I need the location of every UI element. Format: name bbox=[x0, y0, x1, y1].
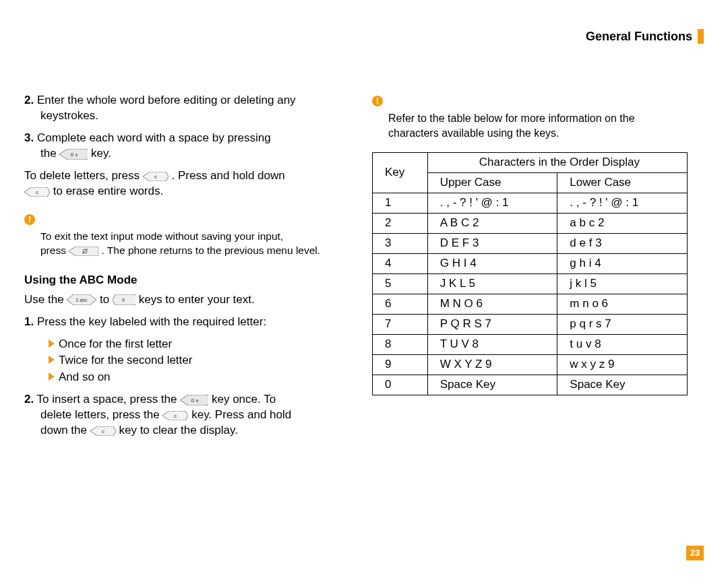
key-clear-icon: c bbox=[143, 172, 169, 181]
cell-lower: g h i 4 bbox=[557, 254, 688, 274]
cell-key: 5 bbox=[373, 274, 428, 294]
table-header-span: Characters in the Order Display bbox=[427, 153, 687, 173]
note-text: Refer to the table below for more inform… bbox=[372, 111, 688, 140]
table-header-upper: Upper Case bbox=[427, 173, 557, 193]
key-2-icon: 2 abc bbox=[67, 294, 96, 305]
cell-upper: G H I 4 bbox=[427, 254, 557, 274]
list-item: 1. Press the key labeled with the requir… bbox=[24, 315, 340, 330]
key-0-icon: 0 ± bbox=[59, 149, 88, 160]
cell-key: 6 bbox=[373, 294, 428, 314]
list-item: 2. Enter the whole word before editing o… bbox=[24, 93, 340, 124]
cell-key: 8 bbox=[373, 334, 428, 354]
cell-upper: . , - ? ! ' @ : 1 bbox=[427, 193, 557, 214]
cell-lower: d e f 3 bbox=[557, 234, 688, 254]
triangle-bullet-icon bbox=[49, 356, 55, 364]
body-text: key once. To bbox=[212, 393, 276, 406]
note-text: To exit the text input mode without savi… bbox=[24, 230, 340, 258]
cell-lower: j k l 5 bbox=[557, 274, 688, 294]
body-text: Complete each word with a space by press… bbox=[37, 131, 271, 144]
list-number: 2. bbox=[24, 94, 34, 106]
left-column: 2. Enter the whole word before editing o… bbox=[24, 92, 340, 445]
cell-lower: p q r s 7 bbox=[557, 314, 688, 334]
body-text: Use the 2 abc to 9 keys to enter your te… bbox=[24, 292, 340, 308]
cell-key: 1 bbox=[373, 193, 428, 214]
table-row: 8T U V 8t u v 8 bbox=[373, 334, 688, 354]
cell-upper: M N O 6 bbox=[427, 294, 557, 314]
cell-lower: a b c 2 bbox=[557, 214, 688, 234]
triangle-bullet-icon bbox=[49, 373, 55, 381]
table-row: 9W X Y Z 9w x y z 9 bbox=[373, 354, 688, 375]
cell-upper: P Q R S 7 bbox=[427, 314, 557, 334]
cell-key: 7 bbox=[373, 314, 428, 334]
key-end-icon bbox=[69, 247, 98, 256]
key-clear-icon: c bbox=[90, 426, 116, 436]
table-row: 3D E F 3d e f 3 bbox=[373, 234, 688, 254]
body-text: delete letters, press the bbox=[40, 408, 162, 421]
triangle-bullet-icon bbox=[49, 340, 55, 348]
alert-icon: ! bbox=[372, 96, 383, 106]
cell-lower: Space Key bbox=[557, 375, 688, 395]
list-number: 3. bbox=[24, 131, 34, 144]
table-header-lower: Lower Case bbox=[557, 173, 688, 193]
cell-key: 2 bbox=[373, 214, 428, 234]
page-number: 23 bbox=[686, 546, 704, 560]
cell-upper: T U V 8 bbox=[427, 334, 557, 354]
body-text: To delete letters, press c . Press and h… bbox=[24, 168, 340, 199]
header-accent-bar bbox=[698, 29, 704, 44]
right-column: ! Refer to the table below for more info… bbox=[372, 92, 688, 445]
cell-lower: t u v 8 bbox=[557, 334, 688, 354]
body-text: key to clear the display. bbox=[119, 424, 237, 437]
table-row: 4G H I 4g h i 4 bbox=[373, 254, 688, 274]
cell-upper: J K L 5 bbox=[427, 274, 557, 294]
svg-text:0 ±: 0 ± bbox=[71, 152, 79, 158]
key-9-icon: 9 bbox=[113, 294, 135, 305]
table-row: 5J K L 5j k l 5 bbox=[373, 274, 688, 294]
svg-text:9: 9 bbox=[122, 298, 125, 302]
cell-key: 3 bbox=[373, 234, 428, 254]
svg-text:c: c bbox=[36, 189, 38, 195]
svg-text:c: c bbox=[174, 413, 177, 419]
key-0-icon: 0 ± bbox=[180, 395, 208, 406]
page-header: General Functions bbox=[24, 28, 704, 44]
key-clear-icon: c bbox=[162, 411, 188, 420]
cell-upper: W X Y Z 9 bbox=[427, 354, 557, 375]
table-header-key: Key bbox=[373, 153, 428, 193]
svg-text:c: c bbox=[102, 428, 104, 434]
note: ! To exit the text input mode without sa… bbox=[24, 210, 340, 258]
cell-lower: . , - ? ! ' @ : 1 bbox=[557, 193, 688, 214]
header-title: General Functions bbox=[586, 28, 692, 44]
svg-text:0 ±: 0 ± bbox=[191, 397, 200, 403]
table-row: 0Space KeySpace Key bbox=[373, 375, 688, 395]
body-text: Enter the whole word before editing or d… bbox=[37, 94, 296, 106]
body-text: down the bbox=[40, 424, 90, 437]
table-row: 1. , - ? ! ' @ : 1. , - ? ! ' @ : 1 bbox=[373, 193, 688, 214]
section-heading: Using the ABC Mode bbox=[24, 273, 340, 288]
cell-lower: w x y z 9 bbox=[557, 354, 688, 375]
note: ! Refer to the table below for more info… bbox=[372, 92, 688, 140]
cell-key: 0 bbox=[373, 375, 428, 395]
body-text: the 0 ± key. bbox=[24, 146, 340, 162]
list-item: 2. To insert a space, press the 0 ± key … bbox=[24, 392, 340, 439]
body-text: Press the key labeled with the required … bbox=[37, 315, 266, 328]
table-row: 6M N O 6m n o 6 bbox=[373, 294, 688, 314]
cell-key: 9 bbox=[373, 354, 428, 375]
body-text: To insert a space, press the bbox=[37, 393, 181, 406]
body-text: keystrokes. bbox=[24, 108, 340, 124]
body-text: Twice for the second letter bbox=[59, 354, 192, 366]
body-text: Once for the first letter bbox=[59, 337, 172, 350]
cell-upper: D E F 3 bbox=[427, 234, 557, 254]
table-row: 2A B C 2a b c 2 bbox=[373, 214, 688, 234]
cell-key: 4 bbox=[373, 254, 428, 274]
body-text: And so on bbox=[59, 370, 111, 383]
list-item: 3. Complete each word with a space by pr… bbox=[24, 131, 340, 162]
key-clear-icon: c bbox=[24, 187, 50, 197]
cell-upper: A B C 2 bbox=[427, 214, 557, 234]
characters-table: Key Characters in the Order Display Uppe… bbox=[372, 152, 688, 395]
alert-icon: ! bbox=[24, 214, 35, 225]
svg-text:c: c bbox=[154, 174, 157, 180]
cell-lower: m n o 6 bbox=[557, 294, 688, 314]
svg-text:2 abc: 2 abc bbox=[76, 298, 88, 302]
body-text: key. Press and hold bbox=[191, 408, 291, 421]
table-row: 7P Q R S 7p q r s 7 bbox=[373, 314, 688, 334]
list-number: 2. bbox=[24, 393, 34, 406]
